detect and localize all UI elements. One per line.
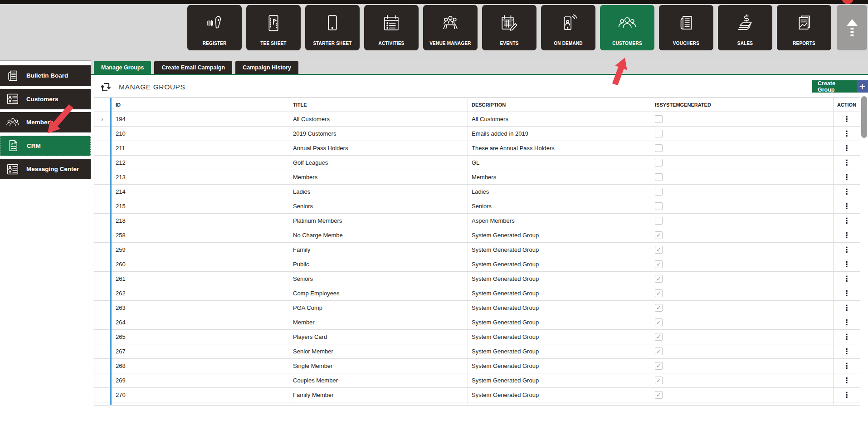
kebab-menu-icon[interactable]: ⋮ xyxy=(843,260,851,268)
table-row[interactable]: 261 Seniors System Generated Group ✓ ⋮ xyxy=(94,272,860,286)
table-row[interactable]: 213 Members Members ⋮ xyxy=(94,170,860,185)
column-header-id[interactable]: ID xyxy=(111,98,289,112)
table-row[interactable]: 265 Players Card System Generated Group … xyxy=(94,330,860,344)
row-actions[interactable]: ⋮ xyxy=(834,185,860,199)
issystemgenerated-checkbox[interactable]: ✓ xyxy=(655,260,663,268)
row-actions[interactable]: ⋮ xyxy=(834,112,860,127)
kebab-menu-icon[interactable]: ⋮ xyxy=(843,115,851,123)
issystemgenerated-checkbox[interactable]: ✓ xyxy=(655,318,663,326)
row-expander[interactable]: › xyxy=(94,112,111,127)
row-actions[interactable]: ⋮ xyxy=(834,344,860,359)
issystemgenerated-checkbox[interactable]: ✓ xyxy=(655,231,663,239)
kebab-menu-icon[interactable]: ⋮ xyxy=(843,304,851,312)
kebab-menu-icon[interactable]: ⋮ xyxy=(843,144,851,152)
table-row[interactable]: 263 PGA Comp System Generated Group ✓ ⋮ xyxy=(94,301,860,315)
row-actions[interactable]: ⋮ xyxy=(834,141,860,156)
row-actions[interactable]: ⋮ xyxy=(834,301,860,315)
issystemgenerated-checkbox[interactable]: ✓ xyxy=(655,275,663,283)
vertical-scrollbar-thumb[interactable] xyxy=(861,96,867,138)
nav-button-register[interactable]: REGISTER xyxy=(187,5,242,50)
issystemgenerated-checkbox[interactable] xyxy=(655,144,663,152)
table-row[interactable]: 260 Public System Generated Group ✓ ⋮ xyxy=(94,257,860,272)
kebab-menu-icon[interactable]: ⋮ xyxy=(843,377,851,384)
row-actions[interactable]: ⋮ xyxy=(834,156,860,170)
issystemgenerated-checkbox[interactable] xyxy=(655,130,663,137)
kebab-menu-icon[interactable]: ⋮ xyxy=(843,275,851,283)
row-actions[interactable]: ⋮ xyxy=(834,243,860,257)
table-row[interactable]: 268 Single Member System Generated Group… xyxy=(94,359,860,373)
kebab-menu-icon[interactable]: ⋮ xyxy=(843,318,851,326)
table-row[interactable]: 267 Senior Member System Generated Group… xyxy=(94,344,860,359)
row-actions[interactable]: ⋮ xyxy=(834,257,860,272)
column-header-action[interactable]: ACTION xyxy=(834,98,860,112)
tab-create-email-campaign[interactable]: Create Email Campaign xyxy=(154,61,232,74)
sidebar-item-members[interactable]: Members xyxy=(0,112,91,132)
issystemgenerated-checkbox[interactable] xyxy=(655,202,663,210)
column-header-title[interactable]: TITLE xyxy=(289,98,468,112)
tab-manage-groups[interactable]: Manage Groups xyxy=(94,61,151,74)
column-header-description[interactable]: DESCRIPTION xyxy=(468,98,651,112)
nav-button-activities[interactable]: ACTIVITIES xyxy=(364,5,419,50)
issystemgenerated-checkbox[interactable]: ✓ xyxy=(655,304,663,312)
nav-button-starter-sheet[interactable]: STARTER SHEET xyxy=(305,5,360,50)
kebab-menu-icon[interactable]: ⋮ xyxy=(843,391,851,399)
row-actions[interactable]: ⋮ xyxy=(834,214,860,228)
issystemgenerated-checkbox[interactable]: ✓ xyxy=(655,362,663,370)
nav-button-venue-manager[interactable]: VENUE MANAGER xyxy=(423,5,478,50)
row-actions[interactable]: ⋮ xyxy=(834,315,860,330)
issystemgenerated-checkbox[interactable]: ✓ xyxy=(655,391,663,399)
tab-campaign-history[interactable]: Campaign History xyxy=(235,61,298,74)
kebab-menu-icon[interactable]: ⋮ xyxy=(843,362,851,370)
nav-button-sales[interactable]: SALES xyxy=(718,5,772,50)
row-actions[interactable]: ⋮ xyxy=(834,127,860,141)
kebab-menu-icon[interactable]: ⋮ xyxy=(843,246,851,254)
issystemgenerated-checkbox[interactable] xyxy=(655,217,663,225)
issystemgenerated-checkbox[interactable] xyxy=(655,159,663,166)
kebab-menu-icon[interactable]: ⋮ xyxy=(843,159,851,166)
kebab-menu-icon[interactable]: ⋮ xyxy=(843,188,851,196)
refresh-icon[interactable] xyxy=(100,82,111,93)
row-actions[interactable]: ⋮ xyxy=(834,272,860,286)
scroll-up-button[interactable] xyxy=(837,5,867,50)
kebab-menu-icon[interactable]: ⋮ xyxy=(843,130,851,137)
table-row[interactable]: 214 Ladies Ladies ⋮ xyxy=(94,185,860,199)
sidebar-item-bulletin-board[interactable]: Bulletin Board xyxy=(0,65,91,86)
table-row[interactable]: 270 Family Member System Generated Group… xyxy=(94,388,860,402)
nav-button-on-demand[interactable]: ON DEMAND xyxy=(541,5,595,50)
issystemgenerated-checkbox[interactable] xyxy=(655,173,663,181)
kebab-menu-icon[interactable]: ⋮ xyxy=(843,348,851,355)
kebab-menu-icon[interactable]: ⋮ xyxy=(843,231,851,239)
row-actions[interactable]: ⋮ xyxy=(834,388,860,402)
issystemgenerated-checkbox[interactable]: ✓ xyxy=(655,246,663,254)
nav-button-reports[interactable]: REPORTS xyxy=(777,5,831,50)
issystemgenerated-checkbox[interactable] xyxy=(655,115,663,123)
table-row[interactable]: › 194 All Customers All Customers ⋮ xyxy=(94,112,860,127)
row-actions[interactable]: ⋮ xyxy=(834,170,860,185)
issystemgenerated-checkbox[interactable]: ✓ xyxy=(655,377,663,384)
row-actions[interactable]: ⋮ xyxy=(834,228,860,243)
table-row[interactable]: 262 Comp Employees System Generated Grou… xyxy=(94,286,860,301)
issystemgenerated-checkbox[interactable]: ✓ xyxy=(655,348,663,355)
nav-button-tee-sheet[interactable]: TEE SHEET xyxy=(246,5,301,50)
table-row[interactable]: 211 Annual Pass Holders These are Annual… xyxy=(94,141,860,156)
table-row[interactable]: 212 Golf Leagues GL ⋮ xyxy=(94,156,860,170)
kebab-menu-icon[interactable]: ⋮ xyxy=(843,289,851,297)
kebab-menu-icon[interactable]: ⋮ xyxy=(843,202,851,210)
table-row[interactable]: 264 Member System Generated Group ✓ ⋮ xyxy=(94,315,860,330)
kebab-menu-icon[interactable]: ⋮ xyxy=(843,217,851,225)
row-actions[interactable]: ⋮ xyxy=(834,199,860,214)
issystemgenerated-checkbox[interactable]: ✓ xyxy=(655,333,663,341)
column-header-issystemgenerated[interactable]: ISSYSTEMGENERATED xyxy=(651,98,834,112)
create-group-button[interactable]: Create Group + xyxy=(812,80,868,93)
table-row[interactable]: 258 No Charge Membe System Generated Gro… xyxy=(94,228,860,243)
table-row[interactable]: 215 Seniors Seniors ⋮ xyxy=(94,199,860,214)
sidebar-item-crm[interactable]: CRM xyxy=(0,136,91,156)
nav-button-events[interactable]: EVENTS xyxy=(482,5,536,50)
nav-button-customers[interactable]: CUSTOMERS xyxy=(600,5,654,50)
row-actions[interactable]: ⋮ xyxy=(834,359,860,373)
row-actions[interactable]: ⋮ xyxy=(834,286,860,301)
sidebar-item-customers[interactable]: Customers xyxy=(0,89,91,109)
table-row[interactable]: 210 2019 Customers Emails added in 2019 … xyxy=(94,127,860,141)
sidebar-item-messaging-center[interactable]: Messaging Center xyxy=(0,159,91,179)
issystemgenerated-checkbox[interactable]: ✓ xyxy=(655,289,663,297)
